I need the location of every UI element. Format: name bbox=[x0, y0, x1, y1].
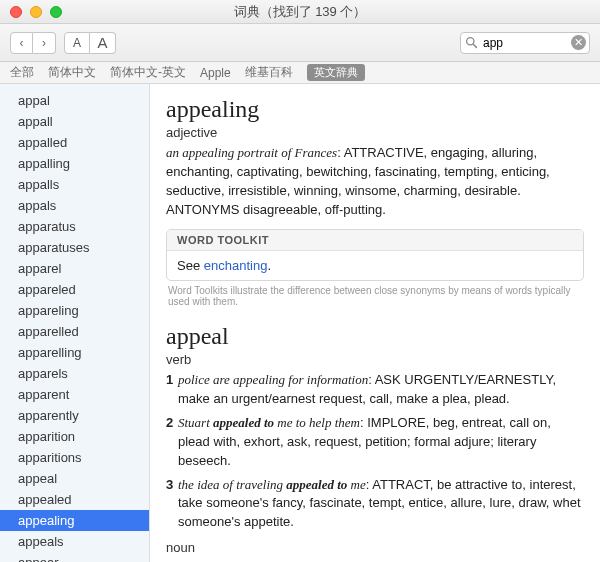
forward-button[interactable]: › bbox=[33, 32, 56, 54]
tab-全部[interactable]: 全部 bbox=[10, 64, 34, 81]
sidebar-item[interactable]: apparel bbox=[0, 258, 149, 279]
tab-英文辞典[interactable]: 英文辞典 bbox=[307, 64, 365, 81]
headword: appeal bbox=[166, 323, 584, 350]
close-icon[interactable] bbox=[10, 6, 22, 18]
example-phrase: an appealing portrait of Frances bbox=[166, 145, 337, 160]
search-icon bbox=[465, 36, 478, 52]
definition: an appealing portrait of Frances: ATTRAC… bbox=[166, 144, 584, 219]
zoom-icon[interactable] bbox=[50, 6, 62, 18]
sidebar-item[interactable]: apparent bbox=[0, 384, 149, 405]
tab-简体中文[interactable]: 简体中文 bbox=[48, 64, 96, 81]
svg-line-1 bbox=[473, 44, 476, 47]
toolkit-body: See enchanting. bbox=[167, 251, 583, 280]
nav-buttons: ‹ › bbox=[10, 32, 56, 54]
sidebar-item[interactable]: apparitions bbox=[0, 447, 149, 468]
toolkit-link[interactable]: enchanting bbox=[204, 258, 268, 273]
sense-text: police are appealing for information: AS… bbox=[178, 371, 584, 409]
sense: 2Stuart appealed to me to help them: IMP… bbox=[166, 414, 584, 471]
sidebar-item[interactable]: appeal bbox=[0, 468, 149, 489]
toolkit-header: WORD TOOLKIT bbox=[167, 230, 583, 251]
window-title: 词典（找到了 139 个） bbox=[0, 3, 600, 21]
sense: 3the idea of traveling appealed to me: A… bbox=[166, 476, 584, 533]
sidebar-item[interactable]: appareling bbox=[0, 300, 149, 321]
sense-text: Stuart appealed to me to help them: IMPL… bbox=[178, 414, 584, 471]
sidebar-item[interactable]: apparition bbox=[0, 426, 149, 447]
sidebar-item[interactable]: appear bbox=[0, 552, 149, 562]
sidebar-item[interactable]: appals bbox=[0, 195, 149, 216]
tab-Apple[interactable]: Apple bbox=[200, 66, 231, 80]
font-size-buttons: A A bbox=[64, 32, 116, 54]
part-of-speech: noun bbox=[166, 540, 584, 555]
sidebar-item[interactable]: appalls bbox=[0, 174, 149, 195]
sidebar-item[interactable]: appealing bbox=[0, 510, 149, 531]
sidebar-item[interactable]: appareled bbox=[0, 279, 149, 300]
tab-维基百科[interactable]: 维基百科 bbox=[245, 64, 293, 81]
clear-search-icon[interactable]: ✕ bbox=[571, 35, 586, 50]
sidebar-item[interactable]: appall bbox=[0, 111, 149, 132]
minimize-icon[interactable] bbox=[30, 6, 42, 18]
headword: appealing bbox=[166, 96, 584, 123]
window-controls bbox=[0, 6, 62, 18]
toolkit-note: Word Toolkits illustrate the difference … bbox=[168, 285, 584, 307]
sidebar-item[interactable]: appealed bbox=[0, 489, 149, 510]
sense-text: the idea of traveling appealed to me: AT… bbox=[178, 476, 584, 533]
sense-number: 1 bbox=[166, 371, 178, 409]
word-list-sidebar[interactable]: appalappallappalledappallingappallsappal… bbox=[0, 84, 150, 562]
sense: 1police are appealing for information: A… bbox=[166, 371, 584, 409]
tab-简体中文-英文[interactable]: 简体中文-英文 bbox=[110, 64, 186, 81]
sidebar-item[interactable]: apparelling bbox=[0, 342, 149, 363]
titlebar: 词典（找到了 139 个） bbox=[0, 0, 600, 24]
sidebar-item[interactable]: appal bbox=[0, 90, 149, 111]
font-smaller-button[interactable]: A bbox=[64, 32, 90, 54]
word-toolkit-box: WORD TOOLKIT See enchanting. bbox=[166, 229, 584, 281]
sense-number: 2 bbox=[166, 414, 178, 471]
sidebar-item[interactable]: appeals bbox=[0, 531, 149, 552]
sidebar-item[interactable]: apparelled bbox=[0, 321, 149, 342]
sidebar-item[interactable]: appalled bbox=[0, 132, 149, 153]
back-button[interactable]: ‹ bbox=[10, 32, 33, 54]
sidebar-item[interactable]: apparently bbox=[0, 405, 149, 426]
source-tabs: 全部简体中文简体中文-英文Apple维基百科英文辞典 bbox=[0, 62, 600, 84]
search-wrap: ✕ bbox=[460, 32, 590, 54]
part-of-speech: verb bbox=[166, 352, 584, 367]
font-larger-button[interactable]: A bbox=[90, 32, 116, 54]
sidebar-item[interactable]: apparatuses bbox=[0, 237, 149, 258]
sidebar-item[interactable]: appalling bbox=[0, 153, 149, 174]
definition-pane[interactable]: appealing adjective an appealing portrai… bbox=[150, 84, 600, 562]
sidebar-item[interactable]: apparels bbox=[0, 363, 149, 384]
sense-number: 3 bbox=[166, 476, 178, 533]
sidebar-item[interactable]: apparatus bbox=[0, 216, 149, 237]
part-of-speech: adjective bbox=[166, 125, 584, 140]
toolbar: ‹ › A A ✕ bbox=[0, 24, 600, 62]
